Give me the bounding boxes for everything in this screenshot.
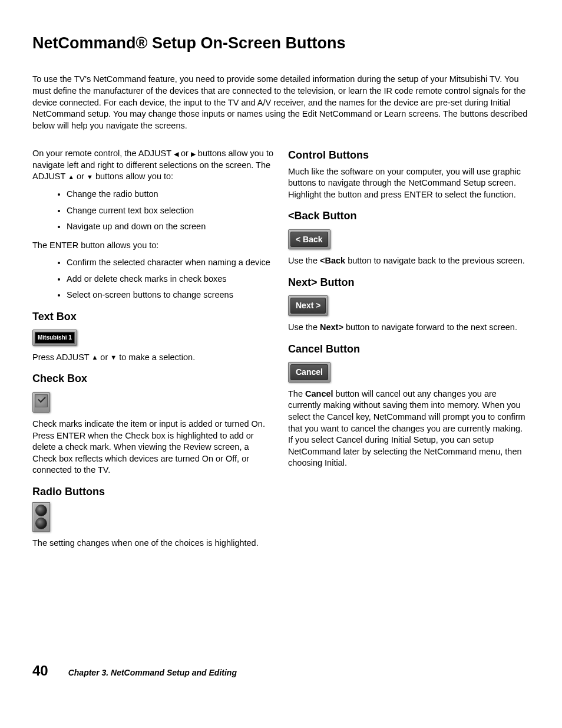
list-item: Change the radio button <box>67 189 274 200</box>
page-title: NetCommand® Setup On-Screen Buttons <box>32 32 530 54</box>
adjust-list: Change the radio button Change current t… <box>32 189 274 233</box>
cancel-button-widget: Cancel <box>288 362 330 383</box>
radio-desc: The setting changes when one of the choi… <box>32 538 274 549</box>
list-item: Change current text box selection <box>67 205 274 217</box>
enter-list: Confirm the selected character when nami… <box>32 257 274 301</box>
cancel-heading: Cancel Button <box>288 342 530 356</box>
arrow-down-icon: ▼ <box>87 173 93 182</box>
list-item: Add or delete check marks in check boxes <box>67 274 274 285</box>
arrow-right-icon: ▶ <box>191 150 196 159</box>
cancel-desc: The Cancel button will cancel out any ch… <box>288 388 530 469</box>
cancel-button-label: Cancel <box>290 364 328 380</box>
back-desc: Use the <Back button to navigate back to… <box>288 255 530 267</box>
text-box-label: Mitsubishi 1 <box>35 332 75 344</box>
control-desc: Much like the software on your computer,… <box>288 166 530 201</box>
textbox-desc: Press ADJUST ▲ or ▼ to make a selection. <box>32 352 274 364</box>
arrow-left-icon: ◀ <box>174 150 178 159</box>
next-desc: Use the Next> button to navigate forward… <box>288 322 530 334</box>
back-heading: <Back Button <box>288 209 530 223</box>
radio-icon <box>35 518 47 529</box>
list-item: Confirm the selected character when nami… <box>67 257 274 269</box>
radio-heading: Radio Buttons <box>32 485 274 499</box>
back-button-widget: < Back <box>288 229 330 250</box>
radio-widget <box>32 502 50 532</box>
left-column: On your remote control, the ADJUST ◀ or … <box>32 148 274 555</box>
arrow-down-icon: ▼ <box>110 353 117 362</box>
radio-icon <box>35 505 47 516</box>
page-number: 40 <box>32 661 48 680</box>
control-heading: Control Buttons <box>288 148 530 162</box>
chapter-label: Chapter 3. NetCommand Setup and Editing <box>68 667 237 678</box>
right-column: Control Buttons Much like the software o… <box>288 148 530 555</box>
adjust-paragraph: On your remote control, the ADJUST ◀ or … <box>32 148 274 183</box>
checkbox-desc: Check marks indicate the item or input i… <box>32 419 274 476</box>
back-button-label: < Back <box>290 232 328 248</box>
checkbox-heading: Check Box <box>32 371 274 386</box>
next-button-widget: Next > <box>288 295 328 316</box>
arrow-up-icon: ▲ <box>68 173 74 182</box>
intro-paragraph: To use the TV's NetCommand feature, you … <box>32 74 530 131</box>
enter-intro: The ENTER button allows you to: <box>32 240 274 252</box>
list-item: Navigate up and down on the screen <box>67 221 274 233</box>
checkmark-icon <box>35 394 48 407</box>
page-footer: 40 Chapter 3. NetCommand Setup and Editi… <box>32 661 530 680</box>
next-button-label: Next > <box>290 298 326 314</box>
arrow-up-icon: ▲ <box>91 353 98 362</box>
text-box-widget: Mitsubishi 1 <box>32 330 77 346</box>
next-heading: Next> Button <box>288 275 530 289</box>
textbox-heading: Text Box <box>32 309 274 324</box>
list-item: Select on-screen buttons to change scree… <box>67 289 274 301</box>
check-box-widget <box>32 392 50 413</box>
